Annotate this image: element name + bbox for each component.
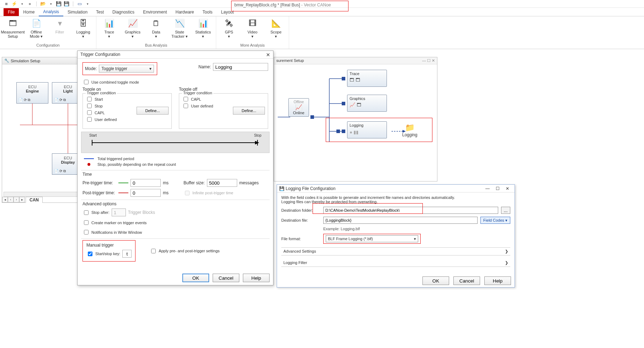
window-controls[interactable]: — ☐ ✕ — [422, 58, 435, 63]
trace-node[interactable]: Trace 🗔 🗔 — [347, 70, 387, 87]
highlight-destfolder — [313, 203, 423, 214]
define-on-button[interactable]: Define... — [137, 107, 169, 115]
dropdown-icon[interactable]: ▾ — [85, 1, 90, 7]
scope-button[interactable]: 📐Scope▾ — [266, 18, 286, 42]
tab-home[interactable]: Home — [19, 8, 39, 16]
title-product: - Vector CANoe — [301, 2, 331, 7]
tab-simulation[interactable]: Simulation — [63, 8, 92, 16]
ok-button[interactable]: OK — [422, 276, 449, 285]
notifications-checkbox[interactable]: Notifications in Write Window — [83, 229, 268, 236]
connector-dot[interactable] — [310, 115, 314, 119]
destination-file-input[interactable] — [323, 217, 478, 224]
file-format-select[interactable]: BLF Frame Logging (*.blf)▾ — [326, 235, 418, 242]
trace-icon: 📊 — [103, 18, 115, 29]
pre-trigger-input[interactable] — [131, 179, 161, 187]
gps-icon: 🛰 — [223, 18, 235, 29]
chevron-down-icon: ▾ — [414, 237, 416, 241]
nav-first-button[interactable]: ◂ — [2, 197, 8, 202]
marker-checkbox[interactable]: Create marker on trigger events — [83, 219, 268, 226]
stop-after-input — [112, 209, 126, 216]
tab-tools[interactable]: Tools — [198, 8, 217, 16]
logging-filter-accordion[interactable]: Logging Filter❯ — [281, 259, 510, 267]
post-trigger-input[interactable] — [131, 189, 161, 197]
window-icon[interactable]: ▭ — [77, 1, 83, 7]
stop-after-checkbox[interactable]: Stop after: — [83, 209, 110, 216]
tab-test[interactable]: Test — [92, 8, 108, 16]
legend-dot-icon — [87, 163, 90, 166]
start-stop-key-input[interactable] — [122, 250, 132, 258]
measurement-setup-button[interactable]: 🗔MeasurementSetup — [3, 18, 23, 42]
connector-dot[interactable] — [342, 77, 345, 80]
help-button[interactable]: Help — [484, 276, 511, 285]
tab-diagnostics[interactable]: Diagnostics — [108, 8, 139, 16]
video-button[interactable]: 🎞Video▾ — [243, 18, 262, 42]
channel-tab-can[interactable]: CAN — [26, 197, 43, 203]
open-icon[interactable]: 📂 — [40, 1, 46, 7]
start-stop-key-checkbox[interactable]: Start/stop key: — [86, 251, 120, 257]
example-label: Example: Logging.blf — [323, 227, 360, 231]
connector-dot[interactable] — [342, 102, 345, 105]
description-line1: With the field codes it is possible to g… — [281, 195, 510, 200]
ecu-engine-block[interactable]: ECU Engine 📄 ⟳ ⧉ — [16, 82, 48, 104]
close-icon[interactable]: ✕ — [266, 52, 270, 57]
offline-mode-button[interactable]: 📄OfflineMode ▾ — [26, 18, 46, 42]
field-codes-button[interactable]: Field Codes ▾ — [480, 217, 510, 224]
combined-toggle-checkbox[interactable]: Use combined toggle mode — [83, 79, 268, 85]
graphics-node[interactable]: Graphics 📈 🗔 — [347, 95, 387, 112]
mode-select[interactable]: Toggle trigger▾ — [99, 65, 154, 73]
trace-node-icons: 🗔 🗔 — [350, 77, 384, 83]
tab-file[interactable]: File — [4, 8, 19, 16]
stop-icon[interactable]: ■ — [4, 1, 9, 7]
logging-icon: 🗄 — [78, 18, 89, 29]
pre-line-icon — [118, 183, 128, 183]
window-controls[interactable]: —☐✕ — [483, 186, 512, 191]
nav-last-button[interactable]: ▸ — [19, 197, 25, 202]
stop-checkbox[interactable]: Stop — [86, 102, 137, 109]
ecu-sub-icons: 📄 ⟳ ⧉ — [54, 169, 66, 173]
filter-icon: ▾ — [54, 18, 65, 29]
buffer-size-input[interactable] — [207, 179, 237, 187]
online-offline-node[interactable]: Offline 📈 Online — [288, 98, 309, 117]
cancel-button[interactable]: Cancel — [213, 274, 239, 282]
userdefined-off-checkbox[interactable]: User defined — [182, 102, 233, 109]
apply-pre-post-checkbox[interactable]: Apply pre- and post-trigger settings — [150, 248, 219, 254]
nav-prev-button[interactable]: ‹ — [8, 197, 14, 202]
start-checkbox[interactable]: Start — [86, 96, 137, 102]
capl-off-checkbox[interactable]: CAPL — [182, 96, 233, 102]
graphics-node-icons: 📈 🗔 — [350, 102, 384, 107]
record-icon[interactable]: ● — [27, 1, 33, 7]
save-icon[interactable]: 💾 — [56, 1, 62, 7]
dropdown-icon[interactable]: ▾ — [19, 1, 25, 7]
nav-next-button[interactable]: › — [14, 197, 19, 202]
advanced-settings-accordion[interactable]: Advanced Settings❯ — [281, 247, 510, 255]
scope-icon: 📐 — [270, 18, 282, 29]
data-button[interactable]: 🗒Data▾ — [146, 18, 166, 42]
gps-button[interactable]: 🛰GPS▾ — [219, 18, 239, 42]
userdefined-checkbox[interactable]: User defined — [86, 116, 137, 123]
cancel-button[interactable]: Cancel — [453, 276, 480, 285]
define-off-button[interactable]: Define... — [233, 107, 265, 115]
tab-analysis[interactable]: Analysis — [39, 8, 63, 16]
ok-button[interactable]: OK — [182, 274, 209, 282]
dropdown-icon[interactable]: ▾ — [48, 1, 54, 7]
statistics-button[interactable]: 📊Statistics▾ — [193, 18, 213, 42]
panel-title: surement Setup — [276, 58, 304, 63]
saveas-icon[interactable]: 💾 — [64, 1, 69, 7]
measurement-setup-icon: 🗔 — [7, 18, 18, 29]
dialog-title: Trigger Configuration — [80, 52, 120, 57]
trace-button[interactable]: 📊Trace▾ — [99, 18, 119, 42]
browse-folder-button[interactable]: ... — [501, 207, 510, 214]
dialog-title: Logging File Configuration — [286, 186, 335, 191]
tab-hardware[interactable]: Hardware — [171, 8, 198, 16]
help-button[interactable]: Help — [243, 274, 270, 282]
graphics-button[interactable]: 📈Graphics▾ — [123, 18, 143, 42]
tab-environment[interactable]: Environment — [139, 8, 171, 16]
title-filename: bmw_ReplayBlock.cfg * — [234, 2, 279, 7]
capl-checkbox[interactable]: CAPL — [86, 109, 137, 116]
logging-button[interactable]: 🗄Logging▾ — [73, 18, 93, 42]
name-input[interactable] — [213, 63, 268, 71]
mode-label: Mode: — [85, 66, 97, 71]
filter-button[interactable]: ▾Filter — [50, 18, 70, 42]
run-icon[interactable]: ⚡ — [11, 1, 17, 7]
state-tracker-button[interactable]: 📉StateTracker ▾ — [170, 18, 190, 42]
